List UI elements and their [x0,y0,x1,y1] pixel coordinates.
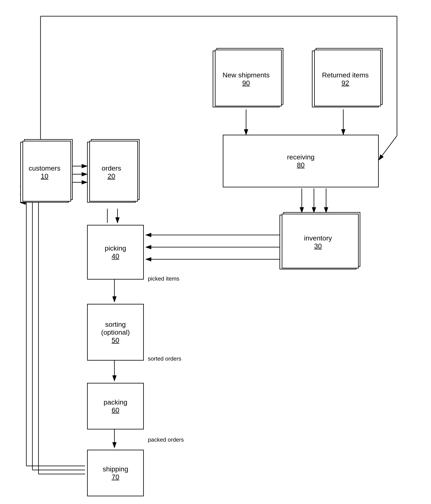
returned-items-number: 92 [341,79,349,87]
new-shipments-number: 90 [242,79,250,87]
inventory-node: inventory 30 [279,215,357,270]
picking-number: 40 [112,252,119,260]
picked-items-label: picked items [148,276,180,282]
orders-node: orders 20 [87,142,136,203]
picking-label: picking [105,244,126,252]
inventory-label: inventory [304,234,332,242]
new-shipments-node: New shipments 90 [213,51,279,107]
receiving-label: receiving [287,153,314,161]
packed-orders-label: packed orders [148,437,184,443]
orders-label: orders [102,164,121,172]
sorting-node: sorting(optional) 50 [87,304,144,360]
new-shipments-label: New shipments [223,71,269,79]
receiving-node: receiving 80 [223,135,379,187]
receiving-number: 80 [297,161,305,169]
packing-label: packing [104,398,127,406]
returned-items-label: Returned items [322,71,369,79]
sorting-number: 50 [112,336,119,344]
returned-items-node: Returned items 92 [312,51,379,107]
customers-node: customers 10 [20,142,69,203]
customers-label: customers [29,164,61,172]
sorted-orders-label: sorted orders [148,356,181,362]
shipping-label: shipping [103,465,128,473]
customers-number: 10 [41,172,48,180]
packing-number: 60 [112,406,119,414]
picking-node: picking 40 [87,225,144,279]
shipping-node: shipping 70 [87,450,144,496]
shipping-number: 70 [112,473,119,481]
svg-line-5 [379,136,397,160]
packing-node: packing 60 [87,383,144,430]
orders-number: 20 [108,172,115,180]
inventory-number: 30 [314,242,322,250]
sorting-label: sorting(optional) [101,320,130,336]
